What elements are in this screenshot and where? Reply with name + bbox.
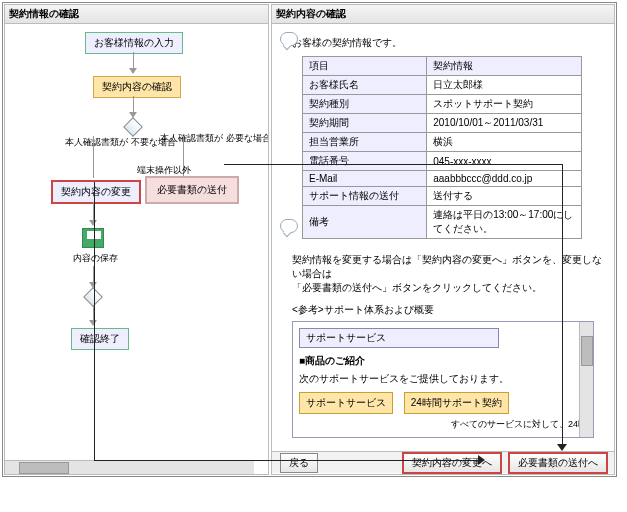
connector-line: [94, 460, 480, 461]
service-footer: すべてのサービスに対して、24時: [299, 418, 587, 431]
row-val: 2010/10/01～2011/03/31: [427, 114, 582, 133]
service-subtitle: ■商品のご紹介: [299, 354, 587, 368]
service-tag-1[interactable]: サポートサービス: [299, 392, 393, 414]
row-key: お客様氏名: [303, 76, 427, 95]
row-key: 契約期間: [303, 114, 427, 133]
row-key: E-Mail: [303, 171, 427, 187]
row-val: 日立太郎様: [427, 76, 582, 95]
node-save[interactable]: 内容の保存: [73, 252, 118, 265]
right-pane-header: 契約内容の確認: [272, 5, 614, 24]
node-send[interactable]: 必要書類の送付: [145, 176, 239, 204]
arrow-down-icon: [557, 444, 567, 456]
node-confirm[interactable]: 契約内容の確認: [93, 76, 181, 98]
service-box: サポートサービス ■商品のご紹介 次のサポートサービスをご提供しております。 サ…: [292, 321, 594, 438]
contract-table: 項目契約情報お客様氏名日立太郎様契約種別スポットサポート契約契約期間2010/1…: [302, 56, 582, 239]
node-input[interactable]: お客様情報の入力: [85, 32, 183, 54]
decision-docs: [123, 117, 143, 137]
save-icon: [82, 228, 104, 248]
h-scrollbar-left[interactable]: [5, 460, 254, 474]
table-row: 契約期間2010/10/01～2011/03/31: [303, 114, 582, 133]
row-key: 電話番号: [303, 152, 427, 171]
connector-line: [562, 164, 563, 446]
node-done[interactable]: 確認終了: [71, 328, 129, 350]
row-val: 横浜: [427, 133, 582, 152]
table-row: 契約種別スポットサポート契約: [303, 95, 582, 114]
speech-icon: [280, 219, 298, 233]
row-val: 045-xxx-xxxx: [427, 152, 582, 171]
row-val: 送付する: [427, 187, 582, 206]
flowchart: お客様情報の入力 契約内容の確認 本人確認書類が 不要な場合 本人確認書類が 必…: [5, 24, 268, 444]
service-tag-2[interactable]: 24時間サポート契約: [404, 392, 509, 414]
reference-label: <参考>サポート体系および概要: [292, 303, 604, 317]
table-row: 備考連絡は平日の13:00～17:00にしてください。: [303, 206, 582, 239]
back-button[interactable]: 戻る: [280, 453, 318, 473]
decision-end: [83, 287, 103, 307]
connector-line: [224, 164, 562, 165]
row-val: 連絡は平日の13:00～17:00にしてください。: [427, 206, 582, 239]
label-docs: 本人確認書類が 必要な場合: [160, 134, 268, 144]
service-text: 次のサポートサービスをご提供しております。: [299, 372, 587, 386]
right-pane: 契約内容の確認 お客様の契約情報です。 項目契約情報お客様氏名日立太郎様契約種別…: [271, 4, 615, 475]
row-val: スポットサポート契約: [427, 95, 582, 114]
table-row: サポート情報の送付送付する: [303, 187, 582, 206]
service-header: サポートサービス: [299, 328, 499, 348]
v-scrollbar[interactable]: [579, 322, 593, 437]
table-row: E-Mailaaabbbccc@ddd.co.jp: [303, 171, 582, 187]
hint-text: 契約情報を変更する場合は「契約内容の変更へ」ボタンを、変更しない場合は「必要書類…: [292, 253, 604, 295]
row-val: aaabbbccc@ddd.co.jp: [427, 171, 582, 187]
speech-icon: [280, 32, 298, 46]
col-val: 契約情報: [427, 57, 582, 76]
table-row: 電話番号045-xxx-xxxx: [303, 152, 582, 171]
row-key: 担当営業所: [303, 133, 427, 152]
label-no-docs: 本人確認書類が 不要な場合: [65, 138, 176, 148]
table-row: お客様氏名日立太郎様: [303, 76, 582, 95]
node-change[interactable]: 契約内容の変更: [51, 180, 141, 204]
intro-text: お客様の契約情報です。: [292, 36, 604, 50]
row-key: 契約種別: [303, 95, 427, 114]
row-key: サポート情報の送付: [303, 187, 427, 206]
row-key: 備考: [303, 206, 427, 239]
connector-line: [94, 182, 95, 460]
left-pane-header: 契約情報の確認: [5, 5, 268, 24]
left-pane: 契約情報の確認 お客様情報の入力 契約内容の確認 本人確認書類が 不要な場合 本…: [4, 4, 269, 475]
arrow-right-icon: [478, 455, 490, 465]
col-key: 項目: [303, 57, 427, 76]
table-row: 担当営業所横浜: [303, 133, 582, 152]
